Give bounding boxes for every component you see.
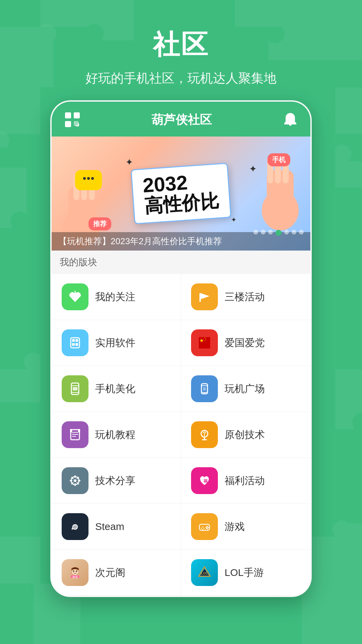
- svg-point-43: [204, 393, 205, 394]
- games-label: 游戏: [225, 520, 245, 534]
- svg-point-71: [202, 529, 203, 530]
- content-area: 我的关注 三楼活动: [52, 274, 310, 596]
- beauty-icon: [62, 375, 88, 402]
- steam-icon: [62, 513, 88, 540]
- dot-6[interactable]: [292, 230, 296, 234]
- apps-icon[interactable]: [64, 111, 81, 128]
- follow-label: 我的关注: [95, 290, 135, 304]
- tech-icon: [62, 467, 88, 494]
- svg-rect-23: [199, 293, 201, 302]
- svg-marker-17: [82, 185, 85, 189]
- menu-item-original[interactable]: 原创技术: [181, 412, 310, 458]
- svg-rect-26: [72, 339, 75, 342]
- menu-item-beauty[interactable]: 手机美化: [52, 366, 181, 412]
- menu-item-lol[interactable]: LOL LOL手游: [181, 550, 310, 596]
- svg-rect-27: [75, 339, 78, 342]
- patriot-icon: [191, 329, 218, 356]
- badge-shouji: 手机: [267, 153, 290, 166]
- app-header: 葫芦侠社区: [52, 102, 310, 137]
- plaza-icon: [191, 375, 218, 402]
- dot-3[interactable]: [268, 230, 273, 234]
- tutorial-label: 玩机教程: [95, 428, 135, 442]
- svg-point-69: [201, 528, 202, 529]
- page-subtitle: 好玩的手机社区，玩机达人聚集地: [0, 70, 362, 87]
- menu-item-welfare[interactable]: 福 福利活动: [181, 458, 310, 504]
- svg-point-81: [74, 571, 74, 572]
- svg-rect-1: [74, 112, 80, 118]
- banner[interactable]: 2032 高性价比 ✦ ✦ ✦ 手机 推荐: [52, 137, 310, 251]
- svg-point-19: [87, 177, 90, 180]
- welfare-icon: 福: [191, 467, 218, 494]
- svg-rect-0: [65, 112, 71, 118]
- follow-icon: [62, 283, 88, 310]
- svg-rect-50: [70, 429, 72, 432]
- plaza-label: 玩机广场: [225, 382, 265, 396]
- menu-item-tutorial[interactable]: 玩机教程: [52, 412, 181, 458]
- activity-label: 三楼活动: [225, 290, 265, 304]
- sparkle-2: ✦: [249, 163, 257, 174]
- svg-rect-29: [75, 343, 78, 346]
- dot-4[interactable]: [276, 230, 282, 236]
- dot-7[interactable]: [299, 230, 304, 234]
- svg-text:次元: 次元: [72, 576, 78, 579]
- svg-rect-2: [65, 121, 71, 127]
- svg-rect-51: [78, 429, 80, 432]
- svg-point-18: [83, 177, 86, 180]
- sparkle-3: ✦: [231, 216, 237, 224]
- app-title: 葫芦侠社区: [152, 112, 212, 128]
- tech-label: 技术分享: [95, 474, 135, 488]
- svg-point-56: [204, 435, 205, 436]
- welfare-label: 福利活动: [225, 474, 265, 488]
- menu-item-games[interactable]: 游戏: [181, 504, 310, 550]
- menu-item-anime[interactable]: 次元 次元阁: [52, 550, 181, 596]
- lol-icon: LOL: [191, 559, 218, 586]
- dot-2[interactable]: [261, 230, 265, 234]
- phone-mockup: 葫芦侠社区: [50, 100, 312, 597]
- banner-chat-icon: [75, 170, 102, 190]
- svg-rect-25: [71, 338, 79, 348]
- anime-label: 次元阁: [95, 566, 125, 580]
- svg-text:福: 福: [203, 479, 207, 483]
- sparkle-1: ✦: [125, 157, 133, 168]
- beauty-label: 手机美化: [95, 382, 135, 396]
- svg-marker-24: [201, 293, 209, 299]
- badge-tuijian: 推荐: [88, 217, 111, 230]
- svg-point-73: [207, 527, 207, 528]
- notification-icon[interactable]: [282, 112, 298, 128]
- menu-item-software[interactable]: 实用软件: [52, 320, 181, 366]
- activity-icon: [191, 283, 218, 310]
- svg-point-68: [202, 527, 203, 528]
- menu-item-activity[interactable]: 三楼活动: [181, 274, 310, 320]
- steam-label: Steam: [95, 521, 124, 532]
- page-header: 社区 好玩的手机社区，玩机达人聚集地: [0, 0, 362, 100]
- lol-label: LOL手游: [225, 566, 264, 580]
- anime-icon: 次元: [62, 559, 88, 586]
- page-title: 社区: [0, 27, 362, 63]
- software-icon: [62, 329, 88, 356]
- menu-item-patriot[interactable]: 爱国爱党: [181, 320, 310, 366]
- menu-item-steam[interactable]: Steam: [52, 504, 181, 550]
- menu-item-plaza[interactable]: 玩机广场: [181, 366, 310, 412]
- menu-item-follow[interactable]: 我的关注: [52, 274, 181, 320]
- dot-1[interactable]: [253, 230, 258, 234]
- games-icon: [191, 513, 218, 540]
- tutorial-icon: [62, 421, 88, 448]
- banner-dots: [253, 230, 304, 236]
- my-blocks-section-header: 我的版块: [52, 251, 310, 274]
- svg-rect-30: [199, 337, 210, 348]
- svg-point-20: [91, 177, 94, 180]
- svg-rect-28: [72, 343, 75, 346]
- software-label: 实用软件: [95, 336, 135, 350]
- original-icon: [191, 421, 218, 448]
- svg-rect-39: [73, 387, 77, 390]
- patriot-label: 爱国爱党: [225, 336, 265, 350]
- svg-point-66: [74, 526, 76, 528]
- svg-rect-3: [74, 121, 78, 126]
- menu-item-tech[interactable]: 技术分享: [52, 458, 181, 504]
- svg-point-58: [74, 479, 76, 482]
- svg-point-82: [76, 571, 77, 572]
- dot-5[interactable]: [284, 230, 289, 234]
- menu-grid: 我的关注 三楼活动: [52, 274, 310, 596]
- banner-main-text: 高性价比: [143, 191, 220, 216]
- original-label: 原创技术: [225, 428, 265, 442]
